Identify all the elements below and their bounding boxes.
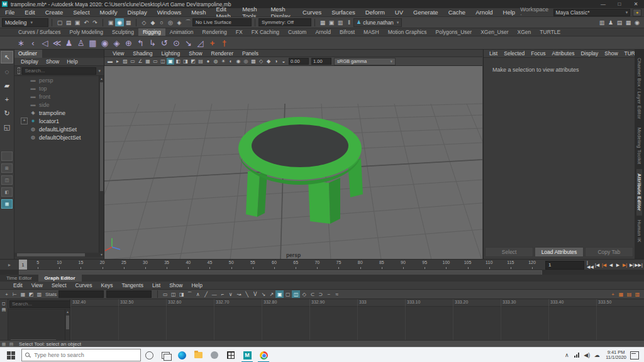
auto-tangent-icon[interactable]: ↝ — [235, 290, 243, 298]
outliner-menu-item[interactable]: Show — [42, 58, 63, 65]
menu-item[interactable]: Generate — [408, 9, 443, 16]
grid-icon[interactable]: ▦ — [144, 58, 152, 65]
help-icon[interactable]: ▦ — [0, 341, 8, 347]
isolate-select-icon[interactable]: ◇ — [257, 58, 265, 65]
snap-grid-icon[interactable]: ◇ — [140, 18, 148, 26]
plateau-tangent-icon[interactable]: ∨ — [226, 290, 235, 298]
screen-ao-icon[interactable]: ◉ — [235, 58, 242, 65]
shelf-tab[interactable]: MASH — [359, 28, 384, 36]
geodesic-voxel-bind-icon[interactable]: ⊕ — [123, 37, 135, 48]
auto-load-icon[interactable]: ▣ — [275, 290, 284, 298]
outliner-item[interactable]: + ▬ side — [14, 101, 104, 109]
ipr-render-icon[interactable]: ▣ — [327, 18, 336, 26]
stats-value-field[interactable] — [106, 290, 152, 298]
layout-four-pane-icon[interactable]: ⊞ — [1, 163, 13, 173]
graph-select-icon[interactable]: ◻ — [1, 300, 7, 307]
menu-item[interactable]: Cache — [443, 9, 470, 16]
shelf-tab[interactable]: Rendering — [198, 28, 231, 36]
time-slider[interactable]: ▸ 1 510152025303540455055606570758085909… — [0, 259, 644, 270]
menu-item[interactable]: Mesh — [186, 9, 211, 16]
gamma-icon[interactable]: ◒ — [280, 58, 287, 65]
sidebar-toolkit-icon[interactable]: ▦ — [624, 18, 633, 26]
play-forwards-button[interactable]: ▶ — [614, 261, 621, 269]
outliner-menu-item[interactable]: Help — [63, 58, 81, 65]
textured-icon[interactable]: ◍ — [212, 58, 219, 65]
menu-item[interactable]: Create — [40, 9, 69, 16]
menu-item[interactable]: Edit — [19, 9, 40, 16]
scale-tool-icon[interactable]: ◱ — [1, 121, 13, 133]
parent-constraint-icon[interactable]: ↰ — [135, 37, 147, 48]
pre-infinity-icon[interactable]: ⊂ — [308, 290, 316, 298]
menu-item[interactable]: Modify — [95, 9, 123, 16]
field-chart-icon[interactable]: ◧ — [174, 58, 182, 65]
symmetry-field[interactable]: Symmetry: Off — [258, 18, 311, 26]
graph-channel-list[interactable]: ▲▼ — [8, 309, 70, 343]
open-scene-icon[interactable]: ▤ — [64, 18, 73, 26]
make-live-icon[interactable]: ⌒ — [184, 18, 192, 26]
sidebar-vertical-tab[interactable]: Channel Box / Layer Editor — [636, 53, 642, 123]
go-to-end-button[interactable]: ▶▶| — [635, 261, 642, 269]
undo-icon[interactable]: ↶ — [82, 18, 91, 26]
menu-item[interactable]: Select — [68, 9, 94, 16]
bookmark-icon[interactable]: ▸ — [114, 58, 121, 65]
paint-select-tool-icon[interactable]: ▰ — [1, 80, 13, 91]
shelf-tab[interactable]: Sculpting — [108, 28, 138, 36]
workspace-dropdown[interactable]: Maya Classic*▾ — [553, 9, 631, 16]
attribute-editor-button[interactable]: Load Attributes — [535, 247, 583, 257]
viewport-menu-item[interactable]: Panels — [238, 50, 263, 57]
bookmark-2-icon[interactable]: ▤ — [625, 290, 633, 298]
snap-view-icon[interactable]: ▬ — [106, 58, 114, 65]
measure-tool-icon[interactable]: † — [218, 37, 230, 48]
motion-blur-icon[interactable]: ◎ — [242, 58, 250, 65]
go-to-start-button[interactable]: |◀◀ — [587, 261, 594, 269]
snap-point-icon[interactable]: ○ — [157, 18, 166, 26]
add-bookmark-icon[interactable]: + — [609, 290, 617, 298]
taskbar-clock[interactable]: 9:41 PM 11/1/2020 — [606, 350, 626, 360]
step-back-frame-button[interactable]: |◀ — [594, 261, 601, 269]
graph-editor-tab[interactable]: Time Editor — [0, 275, 38, 282]
edge-button[interactable] — [174, 348, 190, 362]
lasso-tool-icon[interactable]: ◌ — [1, 66, 13, 77]
select-tool-icon[interactable]: ↖ — [1, 51, 13, 63]
layout-persp-outliner-icon[interactable]: ◧ — [1, 187, 13, 197]
safe-action-icon[interactable]: ◨ — [182, 58, 189, 65]
file-explorer-button[interactable] — [190, 348, 206, 362]
snap-curve-icon[interactable]: ◆ — [148, 18, 157, 26]
step-forward-key-button[interactable]: ▶| — [621, 261, 628, 269]
expand-icon[interactable]: + — [21, 118, 28, 124]
menu-item[interactable]: Surfaces — [326, 9, 360, 16]
attribute-editor-menu-item[interactable]: Focus — [528, 50, 548, 57]
stats-frame-field[interactable] — [58, 290, 104, 298]
attribute-editor-button[interactable]: Copy Tab — [585, 247, 633, 257]
rigid-bind-icon[interactable]: ◈ — [111, 37, 123, 48]
layout-current-icon[interactable]: ▦ — [1, 199, 13, 209]
attribute-editor-menu-item[interactable]: Attributes — [548, 50, 577, 57]
new-scene-icon[interactable]: ▢ — [55, 18, 64, 26]
time-snap-icon[interactable]: ◫ — [292, 290, 300, 298]
onedrive-icon[interactable]: ☁ — [592, 352, 602, 358]
pause-viewport-icon[interactable]: ‖ — [345, 18, 353, 26]
post-infinity-icon[interactable]: ⊃ — [316, 290, 325, 298]
menu-item[interactable]: UV — [390, 9, 408, 16]
lights-icon[interactable]: ☀ — [219, 58, 227, 65]
graph-editor-menu-item[interactable]: View — [27, 282, 47, 288]
insert-keys-icon[interactable]: ⊢ — [11, 290, 19, 298]
graph-list-icon[interactable]: ▤ — [1, 307, 7, 313]
graph-editor-menu-item[interactable]: Keys — [97, 282, 118, 288]
current-time-field[interactable]: 1 — [545, 261, 584, 270]
sidebar-vertical-tab[interactable]: Human IK — [636, 216, 642, 247]
shelf-tab[interactable]: Arnold — [311, 28, 335, 36]
joint-tool-icon[interactable]: ∗ — [15, 37, 27, 48]
play-backwards-button[interactable]: ◀ — [608, 261, 614, 269]
unify-tangents-icon[interactable]: Ⅴ — [251, 290, 259, 298]
stacked-view-icon[interactable]: ◫ — [169, 290, 177, 298]
bind-skin-icon[interactable]: ▦ — [87, 37, 99, 48]
attribute-editor-menu-item[interactable]: List — [486, 50, 501, 57]
render-settings-icon[interactable]: ▥ — [336, 18, 345, 26]
outliner-hscrollbar[interactable] — [14, 253, 99, 257]
shelf-tab[interactable]: Poly Modeling — [65, 28, 108, 36]
search-options-caret[interactable]: ▾ — [98, 69, 101, 74]
orient-constraint-icon[interactable]: ↺ — [158, 37, 170, 48]
live-surface-field[interactable]: No Live Surface — [192, 18, 252, 26]
shelf-tab[interactable]: XGen_User — [476, 28, 513, 36]
